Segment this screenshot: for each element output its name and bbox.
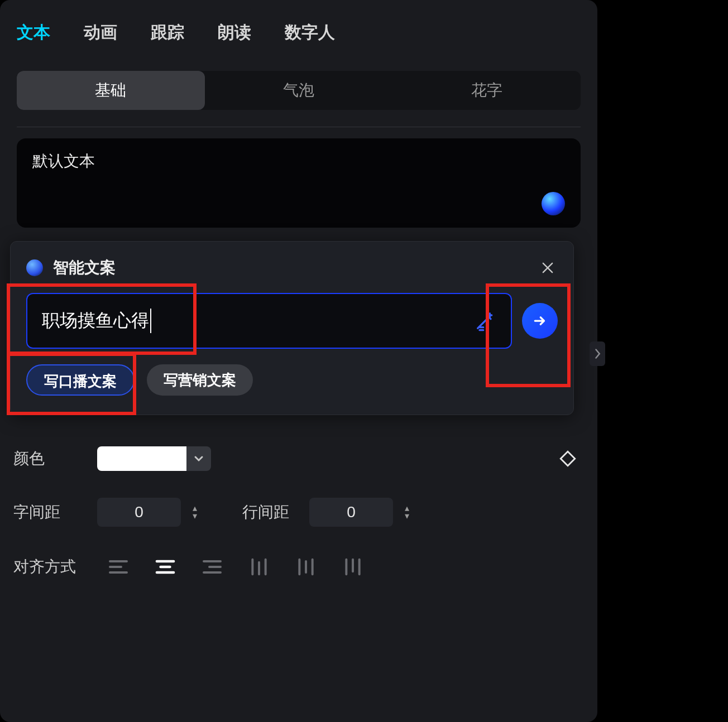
line-spacing-stepper[interactable]: ▴ ▾ [399,498,415,527]
vertical-align-center-icon [295,557,317,576]
align-vertical-right-button[interactable] [337,553,368,580]
close-icon [540,260,555,276]
ai-orb-small-icon [26,259,43,276]
vertical-align-right-icon [342,557,364,576]
keyframe-diamond-icon[interactable] [558,449,577,468]
align-left-button[interactable] [103,553,134,580]
close-button[interactable] [538,258,558,278]
magic-wand-icon[interactable] [474,310,496,332]
tab-text[interactable]: 文本 [17,21,50,44]
highlight-box [7,352,197,355]
sub-tab-bar: 基础 气泡 花字 [17,71,581,110]
chevron-down-icon: ▾ [186,512,203,520]
line-spacing-label: 行间距 [242,502,309,523]
color-label: 颜色 [13,448,97,469]
color-dropdown-button[interactable] [186,446,211,471]
style-controls: 颜色 字间距 0 ▴ ▾ 行间距 0 ▴ ▾ 对齐方式 [13,446,577,607]
tab-avatar[interactable]: 数字人 [285,21,335,44]
chevron-down-icon: ▾ [399,512,415,520]
divider [17,127,581,127]
align-vertical-center-button[interactable] [290,553,322,580]
tab-animation[interactable]: 动画 [84,21,117,44]
subtab-basic[interactable]: 基础 [17,71,205,110]
chip-marketing-copy[interactable]: 写营销文案 [147,364,253,396]
panel-collapse-handle[interactable] [590,341,605,366]
smart-copy-popup: 智能文案 职场摸鱼心得 写口播文案 写营销文案 [10,241,574,415]
line-spacing-input[interactable]: 0 [309,498,393,527]
chevron-right-icon [593,348,601,359]
alignment-row: 对齐方式 [13,553,577,580]
char-spacing-stepper[interactable]: ▴ ▾ [186,498,203,527]
color-row: 颜色 [13,446,577,471]
chip-broadcast-copy[interactable]: 写口播文案 [26,364,135,396]
align-center-button[interactable] [150,553,181,580]
align-vertical-left-button[interactable] [243,553,275,580]
chip-row: 写口播文案 写营销文案 [26,364,558,396]
align-right-button[interactable] [197,553,228,580]
tab-read[interactable]: 朗读 [218,21,251,44]
char-spacing-input[interactable]: 0 [97,498,181,527]
ai-orb-icon[interactable] [542,192,565,215]
prompt-input[interactable]: 职场摸鱼心得 [26,293,512,349]
align-center-icon [154,557,176,576]
submit-button[interactable] [522,303,558,339]
popup-input-row: 职场摸鱼心得 [26,293,558,349]
char-spacing-label: 字间距 [13,502,97,523]
align-left-icon [107,557,130,576]
popup-header: 智能文案 [26,257,558,278]
top-tab-bar: 文本 动画 跟踪 朗读 数字人 [0,0,597,60]
text-input-value: 默认文本 [32,151,565,172]
spacing-row: 字间距 0 ▴ ▾ 行间距 0 ▴ ▾ [13,498,577,527]
popup-title: 智能文案 [53,257,116,278]
alignment-buttons [103,553,368,580]
text-panel: 文本 动画 跟踪 朗读 数字人 基础 气泡 花字 默认文本 智能文案 职场摸鱼心… [0,0,597,722]
align-right-icon [201,557,223,576]
color-swatch[interactable] [97,446,186,471]
alignment-label: 对齐方式 [13,556,97,577]
tab-track[interactable]: 跟踪 [151,21,184,44]
subtab-fancy[interactable]: 花字 [392,71,581,110]
subtab-bubble[interactable]: 气泡 [205,71,393,110]
prompt-input-value: 职场摸鱼心得 [42,309,151,333]
chevron-down-icon [194,454,204,464]
text-input-area[interactable]: 默认文本 [17,138,581,228]
arrow-right-icon [531,312,548,329]
vertical-align-left-icon [248,557,270,576]
